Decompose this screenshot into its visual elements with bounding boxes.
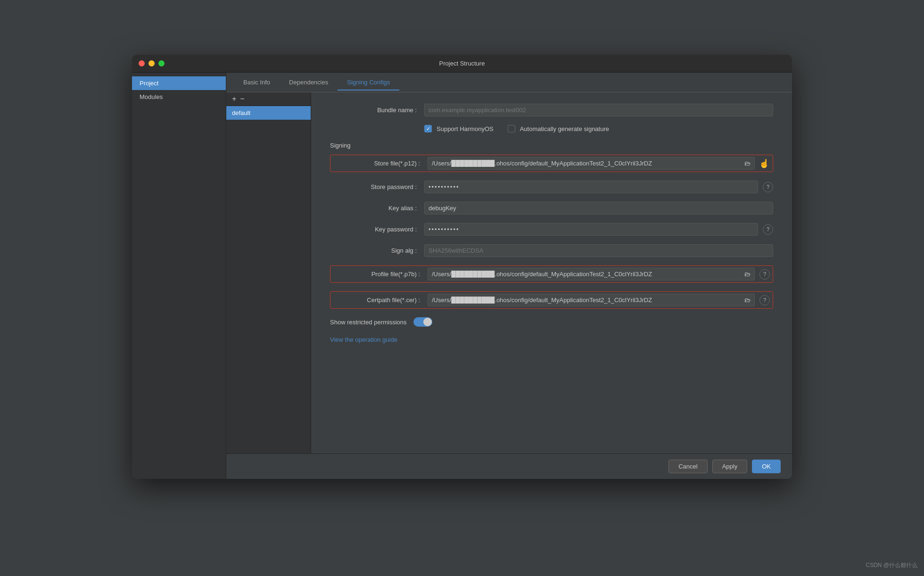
add-config-button[interactable]: + [232,95,236,103]
ok-button[interactable]: OK [752,460,781,473]
store-file-input[interactable] [428,157,741,170]
watermark: CSDN @什么都什么 [866,561,917,569]
auto-sign-checkbox[interactable] [508,125,515,132]
show-restricted-toggle[interactable] [413,317,432,327]
store-file-input-group: 🗁 [428,157,755,170]
maximize-button[interactable] [158,60,165,66]
folder-icon: 🗁 [744,160,751,167]
certpath-file-label: Certpath file(*.cer) : [333,296,428,304]
key-alias-input[interactable] [424,202,773,214]
store-password-help-icon[interactable]: ? [763,182,773,192]
close-button[interactable] [139,60,145,66]
store-password-input[interactable] [424,181,758,193]
bundle-name-row: Bundle name : [330,104,773,116]
sign-alg-row: Sign alg : [330,244,773,257]
project-structure-window: Project Structure Project Modules Basic … [132,55,792,479]
form-panel: Bundle name : ✓ Support HarmonyOS Automa… [311,92,792,453]
key-alias-label: Key alias : [330,205,424,212]
tab-dependencies[interactable]: Dependencies [280,75,338,91]
view-guide-row: View the operation guide [330,336,773,343]
sign-alg-input[interactable] [424,244,773,257]
list-toolbar: + − [226,92,311,106]
remove-config-button[interactable]: − [240,95,244,103]
minimize-button[interactable] [148,60,155,66]
tab-bar: Basic Info Dependencies Signing Configs [226,73,792,92]
certpath-file-row: Certpath file(*.cer) : 🗁 ? [330,291,773,309]
key-password-help-icon[interactable]: ? [763,224,773,235]
traffic-lights [139,60,165,66]
certpath-file-help-icon[interactable]: ? [759,295,770,305]
key-password-row: Key password : ? [330,223,773,236]
profile-file-row: Profile file(*.p7b) : 🗁 ? [330,265,773,283]
signing-section-label: Signing [330,142,773,149]
title-bar: Project Structure [132,55,792,73]
store-file-label: Store file(*.p12) : [333,160,428,167]
sign-alg-label: Sign alg : [330,247,424,254]
footer: Cancel Apply OK [226,453,792,479]
tab-signing-configs[interactable]: Signing Configs [338,75,399,91]
profile-file-browse-button[interactable]: 🗁 [741,268,755,280]
sidebar-item-project[interactable]: Project [132,76,226,90]
support-harmony-label: Support HarmonyOS [437,125,494,132]
store-file-row: Store file(*.p12) : 🗁 ☝ [330,155,773,172]
view-guide-link[interactable]: View the operation guide [330,336,397,343]
content-area: Basic Info Dependencies Signing Configs … [226,73,792,479]
fingerprint-icon[interactable]: ☝ [759,158,770,169]
bundle-name-label: Bundle name : [330,107,424,114]
tab-basic-info[interactable]: Basic Info [234,75,280,91]
toggle-knob [423,318,432,326]
certpath-file-browse-button[interactable]: 🗁 [741,294,755,306]
support-harmony-checkbox[interactable]: ✓ [424,125,432,132]
store-password-label: Store password : [330,183,424,190]
profile-file-label: Profile file(*.p7b) : [333,271,428,278]
list-item-default[interactable]: default [226,106,311,120]
key-password-input[interactable] [424,223,758,236]
auto-sign-label: Automatically generate signature [520,125,609,132]
main-layout: Project Modules Basic Info Dependencies … [132,73,792,479]
key-alias-row: Key alias : [330,202,773,214]
folder-icon-3: 🗁 [744,296,751,304]
show-restricted-label: Show restricted permissions [330,319,407,326]
profile-file-help-icon[interactable]: ? [759,269,770,280]
apply-button[interactable]: Apply [712,460,748,473]
options-row: ✓ Support HarmonyOS Automatically genera… [330,125,773,132]
store-password-row: Store password : ? [330,181,773,193]
sidebar: Project Modules [132,73,226,479]
key-password-label: Key password : [330,226,424,233]
certpath-file-input[interactable] [428,294,741,306]
folder-icon-2: 🗁 [744,271,751,278]
profile-file-input-group: 🗁 [428,268,755,280]
profile-file-input[interactable] [428,268,741,280]
show-restricted-row: Show restricted permissions [330,317,773,327]
bundle-name-input[interactable] [424,104,773,116]
certpath-file-input-group: 🗁 [428,294,755,306]
store-file-browse-button[interactable]: 🗁 [741,157,755,170]
panel-layout: + − default Bundle name : [226,92,792,453]
cancel-button[interactable]: Cancel [668,460,707,473]
sidebar-item-modules[interactable]: Modules [132,90,226,104]
list-panel: + − default [226,92,311,453]
window-title: Project Structure [439,60,485,67]
